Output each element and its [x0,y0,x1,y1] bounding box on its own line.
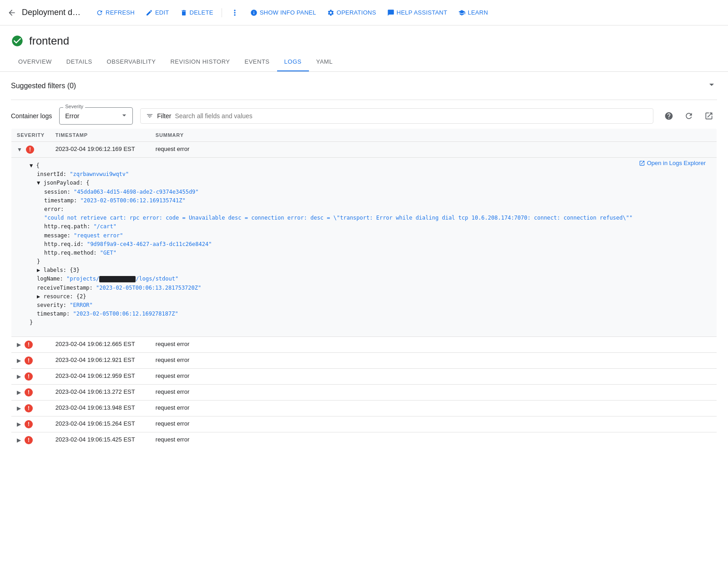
status-success-icon [11,35,24,47]
row-collapse-button[interactable]: ▼ [17,146,22,153]
edit-label: EDIT [155,9,169,16]
table-row: ▶ ! 2023-02-04 19:06:15.425 EST request … [11,432,717,448]
help-assistant-label: HELP ASSISTANT [397,9,447,16]
summary-cell: request error [150,336,717,352]
logname-suffix: /logs/stdout" [136,276,178,282]
row-expand-button[interactable]: ▶ [17,357,21,364]
main-content: Suggested filters (0) Container logs Sev… [0,72,728,448]
row-expand-button[interactable]: ▶ [17,405,21,411]
tab-yaml[interactable]: YAML [309,53,340,71]
learn-button[interactable]: LEARN [454,6,493,19]
table-row: ▶ ! 2023-02-04 19:06:13.272 EST request … [11,384,717,400]
row-expand-button[interactable]: ▶ [17,389,21,396]
more-button[interactable] [226,5,244,20]
http-req-path-value: "/cart" [93,223,116,230]
filter-section: Filter [140,108,653,124]
row-expand-button[interactable]: ▶ [17,437,21,443]
severity-cell: ▶ ! [11,384,50,400]
timestamp-cell: 2023-02-04 19:06:12.959 EST [50,368,150,384]
severity-cell: ▶ ! [11,352,50,368]
logname-prefix: "projects/ [66,276,99,282]
summary-cell: request error [150,142,717,158]
payload-timestamp-value: "2023-02-05T00:06:12.169135741Z" [80,197,185,204]
suggested-filters-title: Suggested filters (0) [11,82,76,90]
table-header-row: SEVERITY TIMESTAMP SUMMARY [11,129,717,142]
open-external-button[interactable] [701,108,717,124]
http-req-method-value: "GET" [100,250,116,256]
tabs-container: OVERVIEW DETAILS OBSERVABILITY REVISION … [0,53,728,72]
row-expand-button[interactable]: ▶ [17,341,21,348]
session-value: "45dda063-4d15-4698-ade2-c9374e3455d9" [74,189,199,195]
error-message-value: "could not retrieve cart: rpc error: cod… [44,215,632,221]
tab-details[interactable]: DETAILS [59,53,100,71]
severity-cell: ▶ ! [11,336,50,352]
page-title: frontend [29,35,69,47]
timestamp-cell: 2023-02-04 19:06:13.948 EST [50,400,150,416]
back-button[interactable] [7,8,16,17]
log-detail-row: Open in Logs Explorer ▼ { insertId: "zqr… [11,158,717,337]
row-expand-button[interactable]: ▶ [17,421,21,427]
tab-events[interactable]: EVENTS [238,53,277,71]
tab-logs[interactable]: LOGS [277,53,309,71]
delete-button[interactable]: DELETE [176,6,218,19]
timestamp-cell: 2023-02-04 19:06:15.264 EST [50,416,150,432]
filter-input[interactable] [175,112,647,120]
table-row: ▶ ! 2023-02-04 19:06:12.959 EST request … [11,368,717,384]
severity-cell: ▶ ! [11,432,50,448]
log-table: SEVERITY TIMESTAMP SUMMARY ▼ ! 2023-02-0… [11,128,717,448]
col-summary: SUMMARY [150,129,717,142]
timestamp-cell: 2023-02-04 19:06:15.425 EST [50,432,150,448]
table-row: ▼ ! 2023-02-04 19:06:12.169 EST request … [11,142,717,158]
severity-cell: ▶ ! [11,416,50,432]
table-row: ▶ ! 2023-02-04 19:06:12.921 EST request … [11,352,717,368]
severity-select[interactable]: Error Default Debug Info Notice Warning … [60,108,132,124]
top-nav: Deployment d… REFRESH EDIT DELETE SHOW I… [0,0,728,25]
nav-separator-1 [222,8,222,17]
summary-cell: request error [150,352,717,368]
filter-label: Filter [157,112,171,120]
summary-cell: request error [150,416,717,432]
severity-cell: ▶ ! [11,400,50,416]
open-in-logs-explorer-button[interactable]: Open in Logs Explorer [635,158,709,168]
error-severity-icon: ! [25,404,33,412]
tab-observability[interactable]: OBSERVABILITY [100,53,163,71]
tab-overview[interactable]: OVERVIEW [11,53,59,71]
row-expand-button[interactable]: ▶ [17,373,21,380]
error-severity-icon: ! [25,436,33,444]
table-row: ▶ ! 2023-02-04 19:06:13.948 EST request … [11,400,717,416]
http-req-id-value: "9d98f9a9-ce43-4627-aaf3-dc11c26e8424" [87,241,212,247]
delete-label: DELETE [190,9,213,16]
tab-revision-history[interactable]: REVISION HISTORY [163,53,237,71]
page-breadcrumb-title: Deployment d… [22,8,81,17]
show-info-panel-button[interactable]: SHOW INFO PANEL [246,6,321,19]
filter-icon [146,112,153,120]
timestamp-cell: 2023-02-04 19:06:12.665 EST [50,336,150,352]
suggested-filters-chevron[interactable] [706,79,717,92]
page-header: frontend [0,25,728,53]
show-info-label: SHOW INFO PANEL [260,9,316,16]
error-severity-icon: ! [25,372,33,381]
log-detail-content: ▼ { insertId: "zqrbawnvwui9wqtv" ▼ jsonP… [22,158,711,331]
control-icons [661,108,717,124]
severity-label: Severity [63,104,85,109]
operations-button[interactable]: OPERATIONS [323,6,381,19]
severity-cell: ▶ ! [11,368,50,384]
help-assistant-button[interactable]: HELP ASSISTANT [383,6,452,19]
error-severity-icon: ! [25,341,33,349]
open-logs-explorer-label: Open in Logs Explorer [647,160,706,166]
severity-value-detail: "ERROR" [70,302,93,308]
col-timestamp: TIMESTAMP [50,129,150,142]
edit-button[interactable]: EDIT [141,6,174,19]
refresh-button[interactable]: REFRESH [91,6,139,19]
error-severity-icon: ! [25,420,33,428]
help-icon-button[interactable] [661,108,677,124]
table-row: ▶ ! 2023-02-04 19:06:15.264 EST request … [11,416,717,432]
refresh-logs-button[interactable] [681,108,697,124]
log-table-wrapper: SEVERITY TIMESTAMP SUMMARY ▼ ! 2023-02-0… [11,128,717,448]
summary-cell: request error [150,432,717,448]
suggested-filters: Suggested filters (0) [11,72,717,100]
summary-cell: request error [150,368,717,384]
summary-cell: request error [150,400,717,416]
error-severity-icon: ! [25,356,33,365]
timestamp-cell: 2023-02-04 19:06:13.272 EST [50,384,150,400]
